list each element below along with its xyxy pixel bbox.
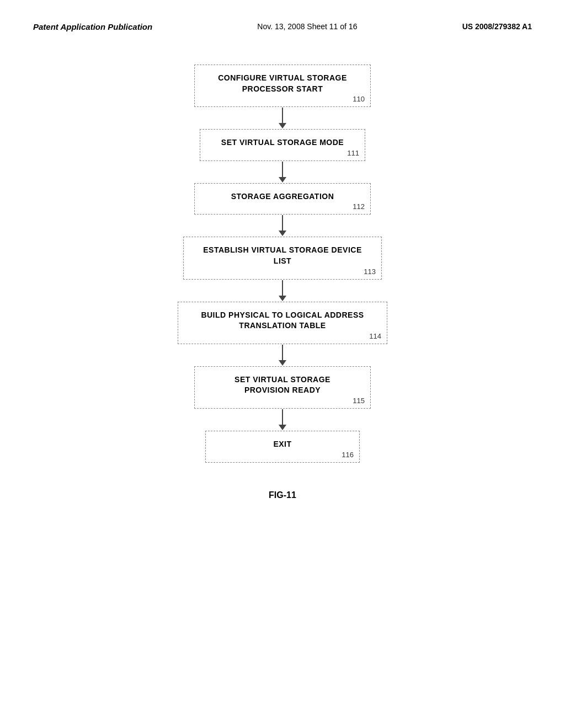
arrow-110-111: [279, 107, 286, 129]
header-date-sheet: Nov. 13, 2008 Sheet 11 of 16: [257, 22, 357, 31]
arrow-114-115: [279, 344, 286, 366]
flow-box-110-text: CONFIGURE VIRTUAL STORAGEPROCESSOR START: [206, 73, 359, 94]
arrow-line: [282, 409, 283, 425]
flow-box-113: ESTABLISH VIRTUAL STORAGE DEVICELIST 113: [183, 237, 382, 279]
flow-box-115-number: 115: [353, 397, 365, 405]
arrow-head: [279, 231, 286, 236]
arrow-head: [279, 123, 286, 129]
arrow-head: [279, 177, 286, 183]
header-patent-number: US 2008/279382 A1: [462, 22, 532, 31]
flow-box-112-text: STORAGE AGGREGATION: [206, 191, 359, 202]
arrow-head: [279, 425, 286, 430]
arrow-line: [282, 345, 283, 360]
arrow-111-112: [279, 161, 286, 183]
flow-box-111-text: SET VIRTUAL STORAGE MODE: [211, 137, 354, 148]
arrow-115-116: [279, 409, 286, 431]
flow-box-116-number: 116: [342, 451, 354, 459]
figure-label: FIG-11: [269, 490, 296, 500]
page-header: Patent Application Publication Nov. 13, …: [33, 22, 532, 31]
flow-box-112: STORAGE AGGREGATION 112: [194, 183, 371, 215]
flowchart: CONFIGURE VIRTUAL STORAGEPROCESSOR START…: [33, 53, 532, 500]
flow-box-116: EXIT 116: [205, 431, 360, 463]
flow-box-111-number: 111: [347, 149, 359, 157]
flow-box-115: SET VIRTUAL STORAGEPROVISION READY 115: [194, 366, 371, 409]
flow-box-110: CONFIGURE VIRTUAL STORAGEPROCESSOR START…: [194, 65, 371, 107]
arrow-head: [279, 296, 286, 301]
flow-box-114-number: 114: [369, 332, 381, 340]
arrow-head: [279, 360, 286, 366]
header-publication-label: Patent Application Publication: [33, 22, 152, 31]
arrow-line: [282, 108, 283, 123]
flow-box-113-number: 113: [364, 267, 376, 276]
flow-box-114: BUILD PHYSICAL TO LOGICAL ADDRESSTRANSLA…: [178, 302, 387, 344]
flow-box-115-text: SET VIRTUAL STORAGEPROVISION READY: [206, 374, 359, 396]
arrow-113-114: [279, 280, 286, 302]
flow-box-113-text: ESTABLISH VIRTUAL STORAGE DEVICELIST: [195, 245, 370, 266]
arrow-line: [282, 280, 283, 296]
arrow-112-113: [279, 215, 286, 237]
arrow-line: [282, 162, 283, 177]
flow-box-110-number: 110: [353, 95, 365, 103]
flow-box-111: SET VIRTUAL STORAGE MODE 111: [200, 129, 365, 161]
flow-box-112-number: 112: [353, 202, 365, 211]
arrow-line: [282, 215, 283, 231]
flow-box-114-text: BUILD PHYSICAL TO LOGICAL ADDRESSTRANSLA…: [189, 310, 376, 331]
flow-box-116-text: EXIT: [217, 439, 348, 450]
page: Patent Application Publication Nov. 13, …: [0, 0, 565, 728]
